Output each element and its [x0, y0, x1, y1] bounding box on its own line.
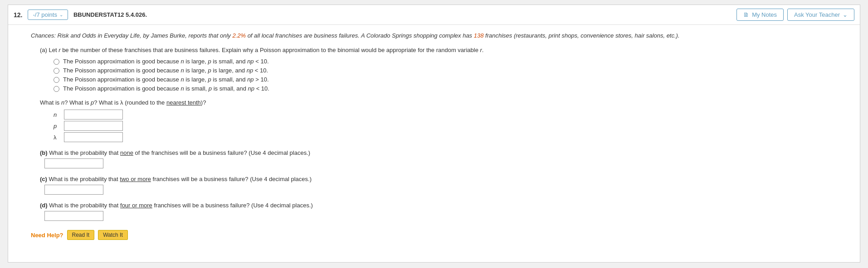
radio-option-3: The Poisson approximation is good becaus…: [54, 76, 851, 83]
ask-teacher-button[interactable]: Ask Your Teacher ⌄: [787, 9, 854, 21]
header-left: 12. -/7 points ⌄ BBUNDERSTAT12 5.4.026.: [14, 10, 147, 20]
need-help-section: Need Help? Read It Watch It: [31, 230, 851, 240]
radio-input-4[interactable]: [54, 86, 59, 92]
radio-label-2: The Poisson approximation is good becaus…: [63, 67, 268, 74]
ask-teacher-label: Ask Your Teacher: [794, 11, 840, 18]
points-chevron-icon: ⌄: [59, 12, 63, 17]
radio-label-4: The Poisson approximation is good becaus…: [63, 85, 269, 92]
part-a: (a) Let r be the number of these franchi…: [31, 46, 851, 92]
part-b-label: (b): [40, 149, 48, 156]
points-badge[interactable]: -/7 points ⌄: [28, 10, 68, 20]
radio-option-1: The Poisson approximation is good becaus…: [54, 58, 851, 65]
part-c-question: (c) What is the probability that two or …: [40, 176, 851, 182]
n-input[interactable]: [64, 110, 123, 120]
radio-input-2[interactable]: [54, 68, 59, 74]
franchise-count-highlight: 138: [474, 32, 484, 39]
part-d: (d) What is the probability that four or…: [31, 202, 851, 221]
my-notes-button[interactable]: 🗎 My Notes: [736, 9, 784, 21]
part-a-question: (a) Let r be the number of these franchi…: [40, 46, 851, 55]
part-c-underline: two or more: [120, 176, 151, 182]
part-c: (c) What is the probability that two or …: [31, 176, 851, 195]
lambda-input[interactable]: [64, 132, 123, 142]
intro-mid: of all local franchises are business fai…: [246, 32, 474, 39]
lambda-label: λ: [54, 132, 63, 142]
part-b-underline: none: [120, 149, 133, 156]
radio-label-1: The Poisson approximation is good becaus…: [63, 58, 269, 65]
nearest-tenth-link: nearest tenth: [166, 99, 201, 106]
read-it-button[interactable]: Read It: [67, 230, 95, 240]
header-right: 🗎 My Notes Ask Your Teacher ⌄: [736, 9, 854, 21]
radio-label-3: The Poisson approximation is good becaus…: [63, 76, 269, 83]
part-b-input[interactable]: [44, 158, 103, 168]
lambda-section: What is n? What is p? What is λ (rounded…: [40, 99, 851, 142]
part-b-question: (b) What is the probability that none of…: [40, 149, 851, 156]
n-label: n: [54, 110, 63, 120]
part-b: (b) What is the probability that none of…: [31, 149, 851, 168]
radio-option-2: The Poisson approximation is good becaus…: [54, 67, 851, 74]
percentage-highlight: 2.2%: [232, 32, 246, 39]
intro-end: franchises (restaurants, print shops, co…: [483, 32, 679, 39]
question-number: 12.: [14, 11, 22, 19]
p-input[interactable]: [64, 121, 123, 131]
lambda-question: What is n? What is p? What is λ (rounded…: [40, 99, 851, 106]
need-help-label: Need Help?: [31, 232, 63, 239]
part-a-label: (a) Let r be the number of these franchi…: [40, 47, 483, 53]
radio-option-4: The Poisson approximation is good becaus…: [54, 85, 851, 92]
notes-label: My Notes: [752, 11, 777, 18]
book-title: Chances: Risk and Odds in Everyday Life: [31, 32, 140, 39]
radio-input-1[interactable]: [54, 59, 59, 65]
main-container: 12. -/7 points ⌄ BBUNDERSTAT12 5.4.026. …: [8, 5, 860, 263]
intro-by: , by James Burke, reports that only: [140, 32, 232, 39]
ask-chevron-icon: ⌄: [843, 11, 848, 18]
intro-text: Chances: Risk and Odds in Everyday Life,…: [31, 31, 851, 40]
content-area: Chances: Risk and Odds in Everyday Life,…: [8, 25, 860, 249]
question-id: BBUNDERSTAT12 5.4.026.: [73, 11, 147, 18]
input-grid: n p λ: [54, 110, 851, 142]
part-d-question: (d) What is the probability that four or…: [40, 202, 851, 209]
points-label: -/7 points: [33, 11, 57, 18]
part-d-input[interactable]: [44, 211, 103, 221]
notes-icon: 🗎: [743, 11, 749, 18]
watch-it-button[interactable]: Watch It: [98, 230, 128, 240]
header-bar: 12. -/7 points ⌄ BBUNDERSTAT12 5.4.026. …: [8, 5, 860, 25]
p-label: p: [54, 121, 63, 131]
part-d-label: (d): [40, 202, 48, 209]
part-c-input[interactable]: [44, 185, 103, 195]
part-d-underline: four or more: [120, 202, 152, 209]
part-c-label: (c): [40, 176, 47, 182]
radio-input-3[interactable]: [54, 77, 59, 83]
